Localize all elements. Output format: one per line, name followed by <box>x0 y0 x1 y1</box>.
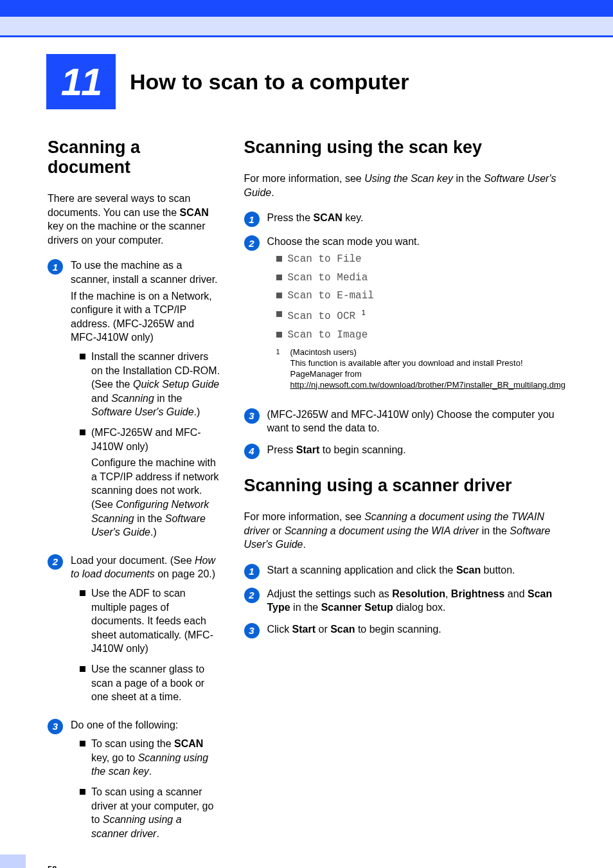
steps-list: 1 Press the SCAN key. 2 Choose the scan … <box>244 211 566 459</box>
intro-paragraph: For more information, see Using the Scan… <box>244 172 566 199</box>
bullet-item: To scan using the SCAN key, go to Scanni… <box>80 737 221 779</box>
step-number-icon: 1 <box>244 212 260 227</box>
start-label: Start <box>296 444 319 455</box>
step-number-icon: 3 <box>244 408 260 424</box>
scan-button-label: Scan <box>456 565 481 575</box>
intro-paragraph: For more information, see Scanning a doc… <box>244 510 566 552</box>
step-body: Do one of the following: To scan using t… <box>71 718 221 847</box>
text: and <box>504 588 528 599</box>
section-heading-scanning-document: Scanning a document <box>48 138 221 177</box>
page-number: 50 <box>48 864 57 868</box>
section-heading-scan-key: Scanning using the scan key <box>244 138 566 158</box>
right-column: Scanning using the scan key For more inf… <box>244 138 566 854</box>
dialog-label: Scanner Setup <box>321 602 393 613</box>
text: Scan to OCR <box>288 311 356 323</box>
scan-key-label: SCAN <box>174 738 203 749</box>
step-body: Start a scanning application and click t… <box>267 563 566 579</box>
header-bar <box>0 17 613 37</box>
text: To scan using the <box>91 738 174 749</box>
text: , <box>445 588 451 599</box>
step-number-icon: 1 <box>48 259 63 275</box>
text: (Macintosh users) <box>290 347 566 358</box>
step-1: 1 Start a scanning application and click… <box>244 563 566 579</box>
ref: Quick Setup Guide <box>133 379 219 390</box>
text: or <box>270 525 285 536</box>
step-body: To use the machine as a scanner, install… <box>71 258 221 545</box>
step-number-icon: 2 <box>244 588 260 603</box>
text: on page 20.) <box>155 568 215 579</box>
ref: Software User's Guide <box>91 406 194 417</box>
scan-label: Scan <box>330 624 355 635</box>
section-heading-scanner-driver: Scanning using a scanner driver <box>244 476 566 496</box>
top-blue-tab <box>0 0 613 17</box>
text: in the <box>134 513 165 524</box>
text: in the <box>290 602 321 613</box>
bullet-item: Use the scanner glass to scan a page of … <box>80 662 221 704</box>
step-2: 2 Load your document. (See How to load d… <box>48 554 221 710</box>
step-3: 3 Do one of the following: To scan using… <box>48 718 221 847</box>
option-scan-to-file: Scan to File <box>276 253 566 266</box>
side-tab <box>0 854 26 868</box>
step-number-icon: 2 <box>48 554 63 570</box>
step-4: 4 Press Start to begin scanning. <box>244 443 566 459</box>
ref: Scanning a document using the WIA driver <box>285 525 479 536</box>
bullet-item: Install the scanner drivers on the Insta… <box>80 350 221 419</box>
text: (MFC-J265W and MFC-J410W only) <box>91 427 201 452</box>
text: in the <box>154 393 182 404</box>
step-number-icon: 1 <box>244 564 260 579</box>
bullet-item: Use the ADF to scan multiple pages of do… <box>80 586 221 656</box>
text: Adjust the settings such as <box>267 588 393 599</box>
text: . <box>303 539 305 550</box>
text: to begin scanning. <box>355 624 441 635</box>
text: or <box>315 624 330 635</box>
text: For more information, see <box>244 511 365 522</box>
option-scan-to-email: Scan to E-mail <box>276 289 566 303</box>
step-1: 1 To use the machine as a scanner, insta… <box>48 258 221 545</box>
text: This function is available after you dow… <box>290 358 523 379</box>
footnote-text: (Macintosh users) This function is avail… <box>290 347 566 391</box>
text: button. <box>481 565 515 575</box>
text: key on the machine or the scanner driver… <box>48 221 205 246</box>
text: in the <box>479 525 510 536</box>
download-link[interactable]: http://nj.newsoft.com.tw/download/brothe… <box>290 380 566 390</box>
scan-mode-options: Scan to File Scan to Media Scan to E-mai… <box>276 253 566 342</box>
text: For more information, see <box>244 173 365 184</box>
sub-bullets: To scan using the SCAN key, go to Scanni… <box>80 737 221 840</box>
setting-label: Brightness <box>451 588 505 599</box>
step-1: 1 Press the SCAN key. <box>244 211 566 227</box>
chapter-header: 11 How to scan to a computer <box>46 54 613 109</box>
text: . <box>156 828 159 839</box>
text: To use the machine as a scanner, install… <box>71 258 221 286</box>
step-2: 2 Choose the scan mode you want. Scan to… <box>244 235 566 399</box>
option-scan-to-media: Scan to Media <box>276 271 566 285</box>
footnote: 1 (Macintosh users) This function is ava… <box>276 347 566 391</box>
text: There are several ways to scan documents… <box>48 193 190 218</box>
page: 11 How to scan to a computer Scanning a … <box>0 0 613 868</box>
intro-paragraph: There are several ways to scan documents… <box>48 192 221 247</box>
text: key. <box>342 212 364 223</box>
text: to begin scanning. <box>319 444 405 455</box>
text: in the <box>453 173 484 184</box>
text: Click <box>267 624 292 635</box>
text: Start a scanning application and click t… <box>267 565 456 575</box>
ref: Scanning <box>111 393 154 404</box>
sub-bullets: Install the scanner drivers on the Insta… <box>80 350 221 539</box>
text: . <box>149 766 152 777</box>
left-column: Scanning a document There are several wa… <box>48 138 221 854</box>
text: . <box>271 187 274 198</box>
step-body: (MFC-J265W and MFC-J410W only) Choose th… <box>267 408 566 435</box>
steps-list: 1 To use the machine as a scanner, insta… <box>48 258 221 847</box>
bullet-item: To scan using a scanner driver at your c… <box>80 785 221 840</box>
step-3: 3 (MFC-J265W and MFC-J410W only) Choose … <box>244 408 566 435</box>
text: If the machine is on a Network, configur… <box>71 289 221 345</box>
content-columns: Scanning a document There are several wa… <box>0 138 613 854</box>
option-scan-to-image: Scan to Image <box>276 329 566 342</box>
text: Press the <box>267 212 314 223</box>
step-number-icon: 3 <box>244 623 260 638</box>
text: Do one of the following: <box>71 719 178 730</box>
text: .) <box>194 406 200 417</box>
scan-key-label: SCAN <box>179 207 208 218</box>
step-3: 3 Click Start or Scan to begin scanning. <box>244 622 566 638</box>
footnote-ref: 1 <box>362 309 366 316</box>
step-body: Choose the scan mode you want. Scan to F… <box>267 235 566 399</box>
